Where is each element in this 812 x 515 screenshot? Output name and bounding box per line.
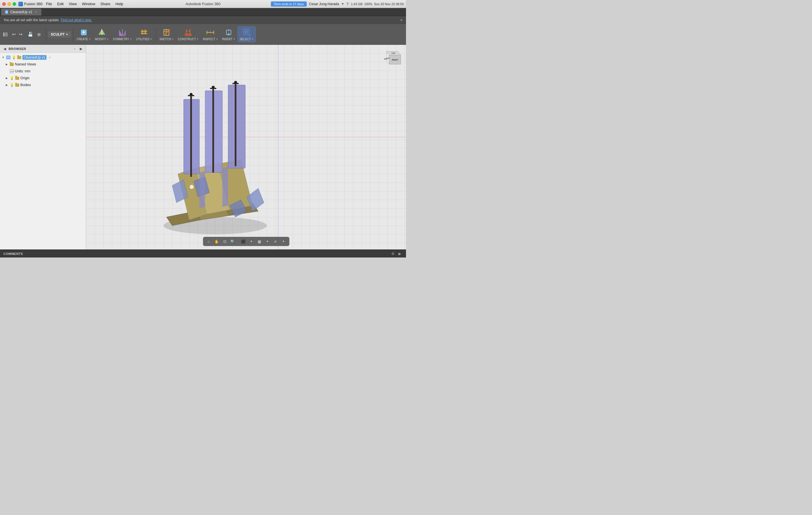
vp-visual-style-dropdown[interactable]: ▼ bbox=[264, 238, 271, 245]
tab-close-button[interactable]: × bbox=[34, 10, 38, 14]
svg-rect-14 bbox=[141, 31, 147, 32]
model-svg bbox=[143, 74, 287, 240]
svg-point-76 bbox=[212, 86, 214, 89]
utilities-button[interactable]: UTILITIES ▼ bbox=[134, 27, 154, 42]
traffic-lights[interactable] bbox=[2, 2, 16, 6]
select-button[interactable]: SELECT ▼ bbox=[238, 26, 256, 42]
titlebar-right: Term ends in 17 days Cesar Jung-Harada ▼… bbox=[271, 1, 404, 7]
inspect-icon bbox=[206, 28, 215, 37]
tab-label: CleanedUp v1 bbox=[10, 10, 32, 14]
browser-item-named-views-label: Named Views bbox=[15, 62, 36, 66]
infobar-text: You are all set with the latest update. bbox=[3, 18, 60, 22]
undo-redo-group: ↩ ↪ bbox=[11, 31, 24, 37]
browser-item-origin[interactable]: ▶ 💡 Origin bbox=[0, 75, 86, 82]
menu-help[interactable]: Help bbox=[113, 1, 126, 7]
statusbar-label: COMMENTS bbox=[3, 252, 23, 255]
tree-arrow-bodies[interactable]: ▶ bbox=[5, 83, 9, 87]
menu-view[interactable]: View bbox=[66, 1, 79, 7]
grid-button[interactable]: ⊞ bbox=[36, 32, 42, 37]
svg-rect-37 bbox=[6, 56, 10, 59]
browser-tree: ▼ 💡 CleanedUp v1 ✓ bbox=[0, 53, 86, 249]
svg-rect-17 bbox=[145, 30, 146, 31]
mode-sculpt-button[interactable]: SCULPT ▼ bbox=[48, 31, 71, 37]
statusbar-panel-button[interactable]: ▶ bbox=[397, 251, 403, 256]
term-button[interactable]: Term ends in 17 days bbox=[271, 1, 307, 7]
insert-icon bbox=[224, 28, 233, 37]
vp-layout-button[interactable]: ≡ bbox=[272, 238, 279, 245]
vp-display-dropdown[interactable]: ▼ bbox=[248, 238, 255, 245]
system-icons: 1.43 GB 100% Sun 20 Nov 22:38:50 bbox=[351, 2, 404, 6]
vp-layout-dropdown[interactable]: ▼ bbox=[280, 238, 287, 245]
menu-window[interactable]: Window bbox=[80, 1, 97, 7]
tree-arrow-named-views[interactable]: ▶ bbox=[5, 62, 9, 66]
svg-rect-4 bbox=[3, 32, 5, 36]
svg-rect-60 bbox=[228, 85, 245, 168]
svg-rect-19 bbox=[141, 33, 147, 34]
vp-visual-style-button[interactable]: ▦ bbox=[256, 238, 263, 245]
viewport[interactable]: TOP FRONT RIGHT ⌂ ✋ ⊡ 🔍 ⬛ ▼ ▦ ▼ ≡ ▼ bbox=[86, 45, 406, 249]
browser-action-panel[interactable]: ▶ bbox=[78, 46, 84, 51]
tree-arrow-root[interactable]: ▼ bbox=[1, 55, 5, 59]
browser-item-units: mm Units: mm bbox=[0, 68, 86, 75]
vp-zoom-fit-button[interactable]: ⊡ bbox=[221, 238, 228, 245]
create-button[interactable]: CREATE ▼ bbox=[75, 27, 93, 42]
browser-item-root[interactable]: ▼ 💡 CleanedUp v1 ✓ bbox=[0, 54, 86, 61]
utilities-icon bbox=[140, 28, 149, 37]
datetime: Sun 20 Nov 22:38:50 bbox=[374, 2, 404, 6]
insert-button[interactable]: INSERT ▼ bbox=[220, 27, 237, 42]
browser-collapse-button[interactable]: ◀ bbox=[2, 47, 7, 51]
statusbar-actions: ⚙ ▶ bbox=[390, 251, 403, 256]
vp-pan-button[interactable]: ✋ bbox=[213, 238, 220, 245]
menu-share[interactable]: Share bbox=[98, 1, 113, 7]
browser-item-bodies-label: Bodies bbox=[20, 83, 31, 87]
user-label[interactable]: Cesar Jung-Harada bbox=[309, 2, 339, 6]
maximize-button[interactable] bbox=[12, 2, 16, 6]
svg-rect-36 bbox=[249, 34, 251, 36]
browser-item-root-label: CleanedUp v1 bbox=[22, 55, 47, 60]
infobar-close[interactable]: × bbox=[400, 18, 403, 22]
symmetry-button[interactable]: SYMMETRY ▼ bbox=[111, 27, 134, 42]
dropdown-icon[interactable]: ▼ bbox=[341, 2, 344, 5]
infobar-link[interactable]: Find out what's new. bbox=[61, 18, 92, 22]
undo-button[interactable]: ↩ bbox=[11, 31, 17, 37]
svg-point-78 bbox=[190, 185, 194, 189]
vp-home-button[interactable]: ⌂ bbox=[205, 238, 212, 245]
menu-file[interactable]: File bbox=[44, 1, 54, 7]
browser-item-bodies[interactable]: ▶ 💡 Bodies bbox=[0, 82, 86, 88]
sketch-label: SKETCH ▼ bbox=[160, 37, 174, 41]
modify-button[interactable]: MODIFY ▼ bbox=[93, 27, 111, 42]
construct-button[interactable]: CONSTRUCT ▼ bbox=[176, 27, 201, 42]
select-icon bbox=[242, 28, 251, 37]
vp-display-button[interactable]: ⬛ bbox=[240, 238, 247, 245]
create-icon bbox=[79, 28, 88, 37]
browser-header: ◀ BROWSER − ▶ bbox=[0, 45, 86, 53]
nav-cube-svg: TOP FRONT RIGHT bbox=[381, 47, 404, 70]
sidebar-toggle[interactable] bbox=[2, 31, 9, 37]
sketch-button[interactable]: SKETCH ▼ bbox=[158, 27, 176, 42]
svg-rect-70 bbox=[212, 86, 214, 172]
browser-item-named-views[interactable]: ▶ Named Views bbox=[0, 61, 86, 68]
utilities-label: UTILITIES ▼ bbox=[136, 37, 152, 41]
tree-folder-named-views bbox=[9, 62, 14, 66]
memory-indicator: 1.43 GB bbox=[351, 2, 362, 6]
menu-edit[interactable]: Edit bbox=[55, 1, 66, 7]
redo-button[interactable]: ↪ bbox=[18, 31, 24, 37]
inspect-button[interactable]: INSPECT ▼ bbox=[201, 27, 220, 42]
close-button[interactable] bbox=[2, 2, 6, 6]
help-icon[interactable]: ? bbox=[346, 2, 349, 6]
browser-item-root-check: ✓ bbox=[48, 55, 52, 59]
save-button[interactable]: 💾 bbox=[26, 31, 35, 37]
tab-cleanedupv1[interactable]: CleanedUp v1 × bbox=[1, 9, 41, 16]
vp-zoom-button[interactable]: 🔍 bbox=[229, 238, 236, 245]
browser-action-minus[interactable]: − bbox=[72, 46, 77, 51]
tree-arrow-origin[interactable]: ▶ bbox=[5, 76, 9, 80]
infobar: You are all set with the latest update. … bbox=[0, 16, 406, 24]
tabbar: CleanedUp v1 × bbox=[0, 8, 406, 16]
svg-rect-69 bbox=[190, 93, 192, 177]
modify-label: MODIFY ▼ bbox=[95, 37, 109, 41]
minimize-button[interactable] bbox=[7, 2, 11, 6]
app-icon bbox=[18, 2, 23, 6]
statusbar-gear-button[interactable]: ⚙ bbox=[390, 251, 396, 256]
modify-icon bbox=[97, 28, 107, 37]
navigation-cube[interactable]: TOP FRONT RIGHT bbox=[381, 47, 404, 70]
